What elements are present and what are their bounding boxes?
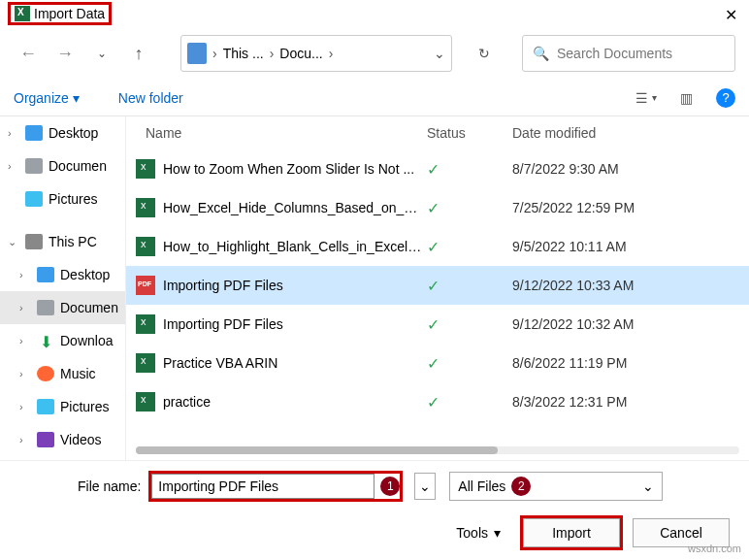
file-name: How_to_Highlight_Blank_Cells_in_Excel_V.… xyxy=(163,239,427,254)
download-icon: ⬇ xyxy=(37,333,54,348)
file-name: How to Zoom When Zoom Slider Is Not ... xyxy=(163,161,427,177)
breadcrumb-part[interactable]: This ... xyxy=(223,46,264,61)
tree-nav: ›Desktop ›Documen Pictures ⌄This PC ›Des… xyxy=(0,116,126,460)
sync-status-icon: ✓ xyxy=(427,315,512,334)
tree-item-videos[interactable]: ›Videos xyxy=(0,423,125,456)
tree-item-desktop[interactable]: ›Desktop xyxy=(0,116,125,149)
file-row[interactable]: practice✓8/3/2022 12:31 PM xyxy=(126,382,749,421)
file-name: Practice VBA ARIN xyxy=(163,355,427,371)
file-date: 8/7/2022 9:30 AM xyxy=(512,161,619,177)
tree-item-music[interactable]: ›Music xyxy=(0,357,125,390)
filename-input[interactable] xyxy=(151,474,374,499)
file-date: 9/5/2022 10:11 AM xyxy=(512,239,627,254)
file-row[interactable]: How to Zoom When Zoom Slider Is Not ...✓… xyxy=(126,149,749,188)
excel-file-icon xyxy=(136,353,155,373)
document-icon xyxy=(37,300,54,315)
chevron-down-icon[interactable]: ⌄ xyxy=(434,46,445,61)
desktop-icon xyxy=(25,125,43,141)
pdf-icon xyxy=(136,276,155,295)
chevron-down-icon: ▾ xyxy=(73,90,80,106)
desktop-icon xyxy=(37,267,54,282)
sync-status-icon: ✓ xyxy=(427,160,512,179)
pc-icon xyxy=(25,234,43,249)
excel-icon xyxy=(15,6,30,21)
folder-icon xyxy=(187,43,207,64)
excel-file-icon xyxy=(136,392,155,412)
sync-status-icon: ✓ xyxy=(427,393,512,412)
tree-item-thispc[interactable]: ⌄This PC xyxy=(0,225,125,258)
horizontal-scrollbar[interactable] xyxy=(136,446,739,454)
file-name: How_Excel_Hide_Columns_Based_on_Cell... xyxy=(163,200,427,215)
file-row[interactable]: How_Excel_Hide_Columns_Based_on_Cell...✓… xyxy=(126,188,749,227)
breadcrumb-part[interactable]: Docu... xyxy=(279,46,322,61)
document-icon xyxy=(25,158,43,174)
excel-file-icon xyxy=(136,237,155,256)
up-button[interactable]: ↑ xyxy=(124,39,153,68)
refresh-button[interactable]: ↻ xyxy=(466,35,503,72)
sync-status-icon: ✓ xyxy=(427,354,512,373)
search-icon: 🔍 xyxy=(533,46,549,61)
excel-file-icon xyxy=(136,198,155,217)
col-status[interactable]: Status xyxy=(427,125,512,141)
file-row[interactable]: How_to_Highlight_Blank_Cells_in_Excel_V.… xyxy=(126,227,749,266)
sync-status-icon: ✓ xyxy=(427,277,512,295)
tree-item-os-drive[interactable]: ›OS (C:) xyxy=(0,456,125,460)
file-date: 8/6/2022 11:19 PM xyxy=(512,355,627,371)
file-row[interactable]: Importing PDF Files✓9/12/2022 10:33 AM xyxy=(126,266,749,305)
preview-pane-button[interactable]: ▥ xyxy=(680,90,693,106)
tree-item-documents[interactable]: ›Documen xyxy=(0,149,125,182)
filename-label: File name: xyxy=(78,478,141,494)
breadcrumb[interactable]: › This ... › Docu... › ⌄ xyxy=(180,35,452,72)
file-name: Importing PDF Files xyxy=(163,278,427,293)
window-title: Import Data xyxy=(34,6,105,21)
pictures-icon xyxy=(25,191,43,207)
excel-file-icon xyxy=(136,159,155,179)
music-icon xyxy=(37,366,54,381)
file-name: Importing PDF Files xyxy=(163,316,427,332)
tree-item-downloads[interactable]: ›⬇Downloa xyxy=(0,324,125,357)
file-row[interactable]: Importing PDF Files✓9/12/2022 10:32 AM xyxy=(126,305,749,344)
organize-button[interactable]: Organize ▾ xyxy=(14,90,80,106)
tree-item-desktop[interactable]: ›Desktop xyxy=(0,258,125,291)
column-headers[interactable]: Name Status Date modified xyxy=(126,116,749,149)
search-placeholder: Search Documents xyxy=(557,46,672,61)
search-input[interactable]: 🔍 Search Documents xyxy=(522,35,735,72)
sync-status-icon: ✓ xyxy=(427,199,512,217)
excel-file-icon xyxy=(136,314,155,334)
chevron-down-icon: ⌄ xyxy=(642,478,654,494)
file-date: 9/12/2022 10:33 AM xyxy=(512,278,634,293)
file-name: practice xyxy=(163,394,427,410)
forward-button[interactable]: → xyxy=(50,39,80,68)
annotation-marker: 1 xyxy=(380,477,400,496)
close-icon[interactable]: ✕ xyxy=(725,6,737,24)
file-date: 8/3/2022 12:31 PM xyxy=(512,394,627,410)
file-date: 9/12/2022 10:32 AM xyxy=(512,316,634,332)
filetype-filter[interactable]: All Files 2 ⌄ xyxy=(449,472,663,501)
file-date: 7/25/2022 12:59 PM xyxy=(512,200,635,215)
sync-status-icon: ✓ xyxy=(427,238,512,256)
tree-item-pictures[interactable]: ›Pictures xyxy=(0,390,125,423)
filename-dropdown[interactable]: ⌄ xyxy=(414,473,436,500)
help-button[interactable]: ? xyxy=(716,88,735,108)
col-name[interactable]: Name xyxy=(146,125,427,141)
recent-dropdown[interactable]: ⌄ xyxy=(87,39,116,68)
watermark: wsxdn.com xyxy=(688,543,741,554)
new-folder-button[interactable]: New folder xyxy=(118,90,183,106)
import-button[interactable]: Import xyxy=(523,518,620,547)
videos-icon xyxy=(37,432,54,447)
tools-dropdown[interactable]: Tools ▾ xyxy=(456,525,501,541)
col-date[interactable]: Date modified xyxy=(512,125,596,141)
view-list-button[interactable]: ☰ ▾ xyxy=(635,90,657,106)
back-button[interactable]: ← xyxy=(14,39,43,68)
tree-item-documents[interactable]: ›Documen xyxy=(0,291,125,324)
pictures-icon xyxy=(37,399,54,414)
annotation-marker: 2 xyxy=(511,477,531,496)
tree-item-pictures[interactable]: Pictures xyxy=(0,182,125,215)
file-row[interactable]: Practice VBA ARIN✓8/6/2022 11:19 PM xyxy=(126,344,749,382)
